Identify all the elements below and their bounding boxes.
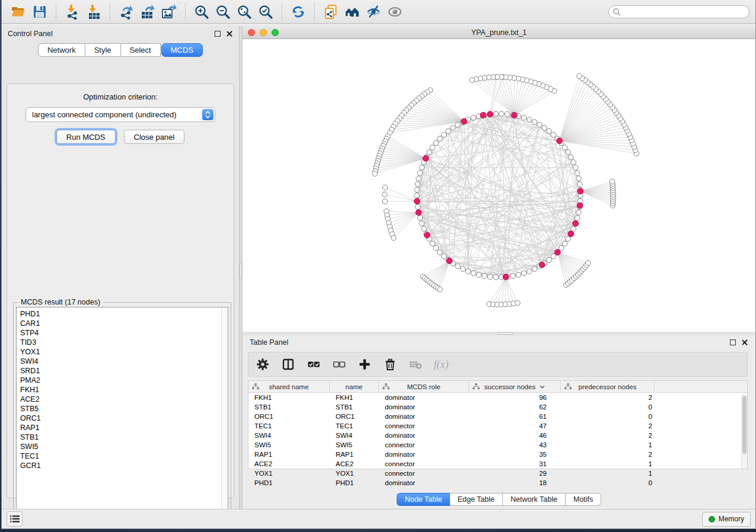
cell-shared-name[interactable]: TEC1 [248, 422, 330, 430]
cell-predecessor-nodes[interactable]: 2 [561, 422, 655, 430]
cell-MCDS-role[interactable]: connector [379, 460, 469, 467]
network-graph[interactable] [243, 39, 756, 332]
cell-shared-name[interactable]: SWI5 [248, 441, 330, 448]
cell-name[interactable]: FKH1 [330, 394, 379, 401]
add-row-icon[interactable] [356, 356, 373, 373]
export-network-icon[interactable] [116, 2, 137, 21]
criterion-select[interactable]: largest connected component (undirected) [25, 107, 215, 122]
cell-successor-nodes[interactable]: 96 [469, 394, 561, 401]
mcds-result-item[interactable]: YOX1 [20, 347, 221, 357]
table-row[interactable]: SWI5SWI5connector431 [248, 440, 747, 450]
clone-network-icon[interactable] [320, 2, 342, 21]
run-mcds-button[interactable]: Run MCDS [56, 130, 116, 144]
cell-shared-name[interactable]: YOX1 [248, 470, 330, 477]
mcds-result-item[interactable]: ACE2 [20, 395, 221, 404]
mcds-result-item[interactable]: STB1 [20, 432, 221, 442]
cell-MCDS-role[interactable]: connector [379, 422, 469, 430]
table-scrollbar[interactable] [741, 393, 747, 469]
export-image-icon[interactable] [158, 2, 180, 21]
column-header-name[interactable]: name [330, 381, 379, 392]
gear-icon[interactable] [254, 356, 271, 373]
column-header-successor-nodes[interactable]: successor nodes [469, 381, 561, 392]
close-panel-icon[interactable] [226, 30, 233, 37]
cell-predecessor-nodes[interactable]: 1 [561, 470, 655, 477]
tab-style[interactable]: Style [85, 43, 121, 57]
table-row[interactable]: RAP1RAP1dominator352 [248, 450, 747, 459]
search-input[interactable] [608, 5, 749, 18]
cell-name[interactable]: RAP1 [330, 451, 379, 458]
cell-name[interactable]: ORC1 [330, 413, 379, 420]
tab-motifs[interactable]: Motifs [566, 493, 601, 506]
import-table-icon[interactable] [83, 2, 104, 21]
cell-predecessor-nodes[interactable]: 1 [561, 441, 655, 448]
cell-MCDS-role[interactable]: connector [379, 470, 469, 477]
cell-MCDS-role[interactable]: dominator [379, 403, 469, 411]
table-row[interactable]: PHD1PHD1dominator180 [248, 478, 747, 488]
mcds-result-item[interactable]: PMA2 [20, 376, 221, 385]
cell-shared-name[interactable]: PHD1 [248, 479, 330, 486]
cell-name[interactable]: TEC1 [330, 422, 379, 430]
cell-successor-nodes[interactable]: 35 [469, 451, 561, 458]
column-header-shared-name[interactable]: shared name [248, 381, 330, 392]
float-panel-icon[interactable] [215, 31, 221, 37]
result-list-scrollbar[interactable] [221, 307, 228, 519]
cell-name[interactable]: YOX1 [330, 470, 379, 477]
mcds-result-item[interactable]: CAR1 [20, 319, 221, 328]
table-row[interactable]: FKH1FKH1dominator962 [248, 393, 747, 402]
cell-name[interactable]: STB1 [330, 403, 379, 411]
mcds-result-item[interactable]: ORC1 [20, 414, 221, 423]
refresh-layout-icon[interactable] [288, 2, 309, 21]
zoom-out-icon[interactable] [212, 2, 234, 21]
mcds-result-item[interactable]: STB5 [20, 404, 221, 414]
cell-shared-name[interactable]: SWI4 [248, 432, 330, 439]
zoom-fit-icon[interactable] [234, 2, 255, 21]
cell-shared-name[interactable]: RAP1 [248, 451, 330, 458]
first-neighbors-icon[interactable] [342, 2, 363, 21]
cell-name[interactable]: SWI5 [330, 441, 379, 448]
tab-network[interactable]: Network [38, 43, 85, 57]
mcds-result-item[interactable]: SRD1 [20, 366, 221, 376]
cell-MCDS-role[interactable]: dominator [379, 479, 469, 486]
cell-shared-name[interactable]: STB1 [248, 403, 330, 411]
cell-MCDS-role[interactable]: dominator [379, 394, 469, 401]
splitter-handle[interactable] [240, 263, 242, 278]
cell-successor-nodes[interactable]: 61 [469, 413, 561, 420]
cell-name[interactable]: SWI4 [330, 432, 379, 439]
export-table-icon[interactable] [137, 2, 158, 21]
scrollbar-thumb[interactable] [742, 396, 747, 454]
cell-predecessor-nodes[interactable]: 0 [561, 479, 655, 486]
table-row[interactable]: SWI4SWI4dominator462 [248, 431, 747, 440]
table-row[interactable]: STB1STB1dominator620 [248, 402, 747, 412]
mcds-result-item[interactable]: PHD1 [20, 309, 221, 319]
import-network-icon[interactable] [62, 2, 83, 21]
memory-button[interactable]: Memory [702, 512, 751, 527]
hide-unselected-icon[interactable] [363, 2, 384, 21]
cell-MCDS-role[interactable]: dominator [379, 432, 469, 439]
cell-predecessor-nodes[interactable]: 2 [561, 394, 655, 401]
tab-select[interactable]: Select [121, 43, 161, 57]
open-file-icon[interactable] [8, 2, 29, 21]
cell-shared-name[interactable]: ACE2 [248, 460, 330, 467]
mcds-result-item[interactable]: SWI4 [20, 357, 221, 366]
delete-row-icon[interactable] [382, 356, 398, 373]
cell-predecessor-nodes[interactable]: 0 [561, 403, 655, 411]
mcds-result-item[interactable]: FKH1 [20, 385, 221, 395]
cell-name[interactable]: ACE2 [330, 460, 379, 467]
cell-successor-nodes[interactable]: 46 [469, 432, 561, 439]
cell-predecessor-nodes[interactable]: 2 [561, 432, 655, 439]
show-all-icon[interactable] [384, 2, 406, 21]
cell-successor-nodes[interactable]: 47 [469, 422, 561, 430]
tab-mcds[interactable]: MCDS [161, 43, 203, 57]
cell-predecessor-nodes[interactable]: 1 [561, 460, 655, 467]
mcds-result-item[interactable]: RAP1 [20, 423, 221, 432]
mcds-result-item[interactable]: SWI5 [20, 442, 221, 451]
cell-MCDS-role[interactable]: connector [379, 441, 469, 448]
cell-successor-nodes[interactable]: 31 [469, 460, 561, 467]
table-row[interactable]: YOX1YOX1connector291 [248, 469, 747, 478]
table-row[interactable]: ORC1ORC1dominator610 [248, 412, 747, 421]
mcds-result-item[interactable]: TID3 [20, 338, 221, 347]
cell-name[interactable]: PHD1 [330, 479, 379, 486]
table-row[interactable]: ACE2ACE2connector311 [248, 459, 747, 469]
float-panel-icon[interactable] [730, 339, 736, 345]
network-view-canvas[interactable] [243, 39, 755, 332]
